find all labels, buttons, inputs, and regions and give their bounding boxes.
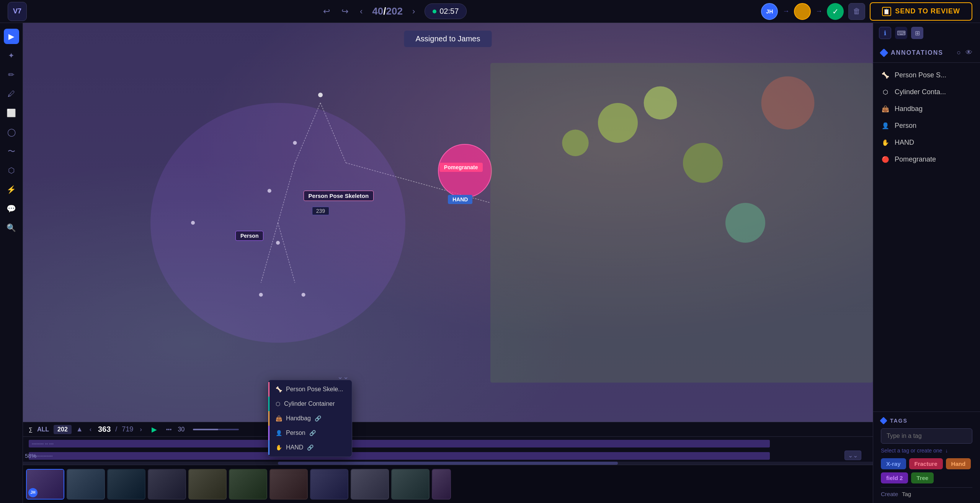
filter-sum-icon[interactable]: ∑ (29, 426, 33, 433)
prev-frame-button[interactable]: ‹ (358, 5, 364, 18)
thumbnail-10[interactable] (391, 469, 430, 500)
tags-section: TAGS Select a tag or create one ↓ X-ray … (873, 412, 980, 503)
undo-button[interactable]: ↩ (321, 5, 332, 18)
annotations-circle-icon[interactable]: ○ (957, 49, 961, 57)
svg-point-21 (725, 203, 765, 243)
review-label: SEND TO REVIEW (895, 7, 960, 15)
timeline-scrollbar[interactable] (23, 462, 873, 465)
dropdown-item-hand[interactable]: ✋ HAND 🔗 (268, 440, 352, 455)
thumbnail-6[interactable] (229, 469, 267, 500)
thumbnail-7[interactable] (270, 469, 308, 500)
info-button[interactable]: ℹ (879, 27, 891, 39)
annotations-eye-icon[interactable]: 👁 (965, 49, 972, 57)
thumbnail-3[interactable] (107, 469, 145, 500)
filter-all[interactable]: ALL (37, 426, 49, 433)
review-icon: 📋 (882, 7, 891, 16)
thumb-image-11 (433, 470, 450, 499)
zoom-slider[interactable] (193, 429, 239, 430)
thumbnail-1[interactable]: JH (26, 469, 64, 500)
annotations-header-left: ANNOTATIONS (881, 49, 943, 56)
thumbnail-4[interactable] (148, 469, 186, 500)
cube-tool[interactable]: ⬡ (4, 163, 19, 178)
svg-point-19 (683, 143, 723, 183)
annotation-label-person[interactable]: Person (235, 231, 263, 241)
approve-button[interactable]: ✓ (827, 3, 844, 20)
time-dot (433, 10, 436, 13)
annotation-item-pomegranate[interactable]: 🔴 Pomegranate (873, 151, 980, 168)
send-to-review-button[interactable]: 📋 SEND TO REVIEW (870, 2, 972, 21)
circle-tool[interactable]: ◯ (4, 124, 19, 140)
magic-tool[interactable]: ⚡ (4, 182, 19, 197)
annotation-label-skeleton[interactable]: Person Pose Skeleton (304, 191, 374, 201)
panel-icon-row: ℹ ⌨ ⊞ (879, 27, 923, 39)
auto-annotate-tool[interactable]: ✦ (4, 48, 19, 63)
dropdown-item-handbag[interactable]: 👜 Handbag 🔗 (268, 411, 352, 426)
annotation-item-hand[interactable]: ✋ HAND (873, 134, 980, 151)
annotation-item-handbag[interactable]: 👜 Handbag (873, 100, 980, 117)
annotation-list: 🦴 Person Pose S... ⬡ Cylinder Conta... 👜… (873, 63, 980, 412)
create-label: Create (881, 491, 898, 497)
logo-button[interactable]: V7 (8, 2, 27, 21)
timeline-prev[interactable]: ‹ (88, 424, 93, 435)
canvas-area[interactable]: Assigned to James Person Pose Skeleton 2… (23, 23, 873, 423)
annotation-number-badge: 239 (312, 207, 329, 215)
thumbnail-2[interactable] (67, 469, 105, 500)
select-tool[interactable]: ▶ (4, 29, 19, 44)
thumbnail-5[interactable] (188, 469, 227, 500)
redo-button[interactable]: ↪ (340, 5, 350, 18)
rectangle-tool[interactable]: ⬜ (4, 105, 19, 121)
nav-center: ↩ ↪ ‹ 40/202 › 02:57 (321, 3, 467, 19)
timeline-count: 202 (54, 425, 72, 434)
dropdown-item-pose-skeleton[interactable]: 🦴 Person Pose Skele... (268, 382, 352, 397)
track-bar-1[interactable]: ◦◦◦◦◦◦◦◦ ◦◦ ◦◦◦ (29, 440, 770, 447)
tags-diamond-icon (880, 417, 887, 425)
comment-tool[interactable]: 💬 (4, 201, 19, 216)
annotation-item-pose-skeleton[interactable]: 🦴 Person Pose S... (873, 67, 980, 83)
tag-chip-hand[interactable]: Hand (946, 458, 971, 469)
annotation-item-label-6: Pomegranate (895, 155, 936, 163)
dropdown-item-icon-5: ✋ (276, 444, 282, 451)
user-avatar-yellow[interactable] (794, 3, 811, 20)
thumbnail-11[interactable] (432, 469, 451, 500)
timeline-collapse-btn[interactable]: ⌄⌄ (844, 451, 861, 460)
thumb-image-6 (230, 470, 266, 499)
annotation-label-hand[interactable]: HAND (448, 195, 472, 204)
brush-tool[interactable]: 🖊 (4, 86, 19, 101)
annotation-label-pomegranate[interactable]: Pomegranate (439, 163, 483, 172)
tag-chip-fracture[interactable]: Fracture (909, 458, 943, 469)
curve-tool[interactable]: 〜 (4, 144, 19, 159)
tag-input[interactable] (881, 428, 972, 444)
pen-tool[interactable]: ✏ (4, 67, 19, 82)
tag-chip-tree[interactable]: Tree (911, 472, 934, 483)
annotation-item-person[interactable]: 👤 Person (873, 117, 980, 134)
tag-chip-xray[interactable]: X-ray (881, 458, 906, 469)
right-panel: ℹ ⌨ ⊞ ANNOTATIONS ○ 👁 🦴 Person Pose S...… (873, 23, 980, 503)
dropdown-item-cylinder[interactable]: ⬡ Cylinder Container (268, 397, 352, 411)
annotations-diamond-icon (880, 48, 889, 57)
time-value: 02:57 (439, 7, 459, 16)
svg-point-18 (562, 130, 588, 156)
expand-icon[interactable]: ▲ (76, 425, 83, 433)
user-avatar-jh[interactable]: JH (761, 3, 778, 20)
timeline-frame-slash: / (115, 425, 117, 433)
dropdown-item-person[interactable]: 👤 Person 🔗 (268, 426, 352, 440)
annotation-item-cylinder[interactable]: ⬡ Cylinder Conta... (873, 83, 980, 100)
tags-title: TAGS (890, 418, 908, 424)
timeline-scroll-thumb[interactable] (278, 462, 618, 465)
thumbnail-8[interactable] (310, 469, 348, 500)
frame-current: 40 (372, 5, 383, 17)
tag-chip-field2[interactable]: field 2 (881, 472, 908, 483)
dropdown-collapse-button[interactable]: ⌄⌄ (337, 372, 349, 381)
timeline-speed: 30 (178, 426, 185, 433)
zoom-tool[interactable]: 🔍 (4, 220, 19, 235)
thumbnail-9[interactable] (351, 469, 389, 500)
delete-button[interactable]: 🗑 (848, 3, 865, 20)
keyboard-shortcuts-button[interactable]: ⌨ (895, 27, 907, 39)
left-sidebar: ▶ ✦ ✏ 🖊 ⬜ ◯ 〜 ⬡ ⚡ 💬 🔍 (0, 23, 23, 503)
next-frame-button[interactable]: › (410, 5, 417, 18)
timeline-next[interactable]: › (138, 424, 144, 435)
track-bar-2[interactable]: ◦◦◦◦◦◦◦◦◦◦◦◦◦◦ (29, 452, 770, 460)
settings-button[interactable]: ⊞ (911, 27, 923, 39)
play-button[interactable]: ▶ (149, 424, 160, 435)
thumb-image-3 (108, 470, 145, 499)
